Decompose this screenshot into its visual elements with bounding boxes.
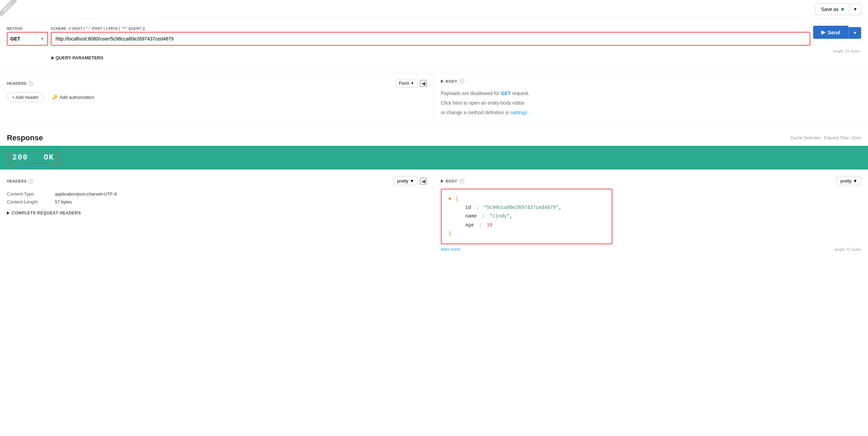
send-group: ▶ Send ▼ [813,26,861,46]
send-button[interactable]: ▶ Send [813,26,848,39]
header-row-content-type: Content-Type: application/json;charset=U… [7,190,427,198]
save-as-dropdown-arrow: ▼ [853,7,857,12]
body-panel: BODY ? Payloads are disallowed for GET r… [434,73,868,123]
lines-nums-link[interactable]: lines nums [441,247,460,252]
save-as-button[interactable]: Save as [816,4,850,15]
response-body-header: BODY ? pretty ▼ [441,177,861,185]
response-body-panel: BODY ? pretty ▼ ▼ { id : "5c98cca80e2697… [434,173,868,255]
headers-help-icon[interactable]: ? [28,81,33,86]
body-title-group: BODY ? [441,79,464,84]
save-as-dropdown-button[interactable]: ▼ [849,4,861,14]
url-input-wrapper [51,32,810,46]
collapse-icon: ◀ [422,81,425,86]
json-viewer: ▼ { id : "5c98cca80e2697437ced4879", nam… [441,189,612,244]
body-message-line1: Payloads are disallowed for [441,91,500,96]
body-message-line1-end: request. [512,91,530,96]
separator-1 [0,69,868,70]
headers-panel-header: HEADERS ? Form ▼ ◀ [7,79,427,87]
content-length-value: 57 bytes [55,199,72,204]
save-as-dot [841,8,844,11]
response-title: Response [7,133,43,142]
top-bar: Save as ▼ [0,0,868,19]
response-header-bar: Response Cache Detected - Elapsed Time: … [0,130,868,146]
response-panels-row: HEADERS ? pretty ▼ ◀ Content-Type: appli… [0,169,868,255]
body-help-icon[interactable]: ? [459,79,464,84]
headers-panel: HEADERS ? Form ▼ ◀ + Add header 🔑 Add au… [0,73,434,123]
send-dropdown-button[interactable]: ▼ [848,27,861,39]
json-name-comma: , [510,213,513,219]
response-headers-table: Content-Type: application/json;charset=U… [7,190,427,206]
json-name-value: "cindy" [490,213,510,219]
json-id-colon: : [476,205,479,210]
json-age-line: age : 18 [448,221,605,229]
response-headers-collapse-button[interactable]: ◀ [420,178,427,185]
headers-title-group: HEADERS ? [7,81,33,86]
form-dropdown-button[interactable]: Form ▼ [395,79,418,87]
json-close-brace: } [448,231,451,236]
url-label: SCHEME :// HOST [ ":" PORT ] [ PATH [ "?… [51,27,810,31]
json-age-key: age [457,222,474,228]
response-body-pretty-chevron: ▼ [853,178,857,184]
add-authorization-button[interactable]: 🔑 Add authorization [47,93,99,102]
request-section: METHOD GET POST PUT DELETE PATCH ▼ SCHEM… [0,19,868,66]
cache-info: Cache Detected - Elapsed Time: 16ms [791,135,861,140]
json-line-brace-close: } [448,229,605,238]
send-icon: ▶ [821,29,825,35]
method-url-row: METHOD GET POST PUT DELETE PATCH ▼ SCHEM… [7,26,861,46]
status-bar: 200 OK [0,146,868,169]
json-id-comma: , [559,205,562,210]
response-headers-pretty-button[interactable]: pretty ▼ [394,177,418,185]
method-select[interactable]: GET POST PUT DELETE PATCH [8,33,37,45]
draft-watermark [0,0,21,21]
form-chevron-icon: ▼ [411,81,414,85]
response-headers-panel: HEADERS ? pretty ▼ ◀ Content-Type: appli… [0,173,434,255]
json-line-brace-open: ▼ { [448,195,605,203]
json-id-value: "5c98cca80e2697437ced4879" [484,205,559,210]
collapse-headers-button[interactable]: ◀ [420,80,427,87]
add-header-button[interactable]: + Add header [7,92,44,102]
body-message-line2: Click here to open an entity-body editor [441,100,525,106]
get-method-link[interactable]: GET [501,91,511,96]
response-body-pretty-button[interactable]: pretty ▼ [837,177,861,185]
status-code: 200 [12,153,28,162]
json-name-key: name [457,213,477,219]
response-headers-help-icon[interactable]: ? [28,179,33,184]
query-params-arrow [51,56,54,60]
response-body-length: length: 57 bytes [834,247,861,251]
add-auth-label: Add authorization [60,95,94,100]
settings-link[interactable]: settings [511,110,527,115]
headers-title: HEADERS [7,81,26,85]
json-name-line: name : "cindy", [448,212,605,221]
method-label: METHOD [7,27,48,31]
body-message-line3: or change a method definition in [441,110,509,115]
json-id-line: id : "5c98cca80e2697437ced4879", [448,203,605,212]
body-message-line3-end: . [528,110,530,115]
response-body-expand-icon [441,179,444,183]
request-panels-row: HEADERS ? Form ▼ ◀ + Add header 🔑 Add au… [0,73,868,123]
send-label: Send [828,30,840,35]
method-select-wrapper: GET POST PUT DELETE PATCH ▼ [7,32,48,46]
json-id-key: id [457,205,471,210]
response-headers-header: HEADERS ? pretty ▼ ◀ [7,177,427,185]
complete-request-headers-toggle[interactable]: COMPLETE REQUEST HEADERS [7,211,427,215]
url-group: SCHEME :// HOST [ ":" PORT ] [ PATH [ "?… [51,27,810,46]
query-params-label: QUERY PARAMETERS [56,55,103,60]
json-footer: lines nums length: 57 bytes [441,247,861,252]
key-icon: 🔑 [52,95,58,100]
response-headers-title: HEADERS [7,179,26,183]
body-title: BODY [446,79,457,83]
response-headers-pretty-chevron: ▼ [410,178,414,184]
response-section: Response Cache Detected - Elapsed Time: … [0,130,868,255]
status-badge: 200 OK [8,151,58,164]
body-panel-header: BODY ? [441,79,861,84]
response-body-help-icon[interactable]: ? [459,179,464,184]
response-body-title-group: BODY ? [441,179,464,184]
json-fold-button[interactable]: ▼ [448,196,451,202]
url-input[interactable] [51,33,810,45]
query-params-toggle[interactable]: QUERY PARAMETERS [51,55,103,60]
method-dropdown-button[interactable]: ▼ [37,33,47,44]
body-expand-icon [441,80,444,83]
method-group: METHOD GET POST PUT DELETE PATCH ▼ [7,27,48,46]
complete-headers-label: COMPLETE REQUEST HEADERS [12,211,81,215]
save-as-label: Save as [821,7,839,12]
